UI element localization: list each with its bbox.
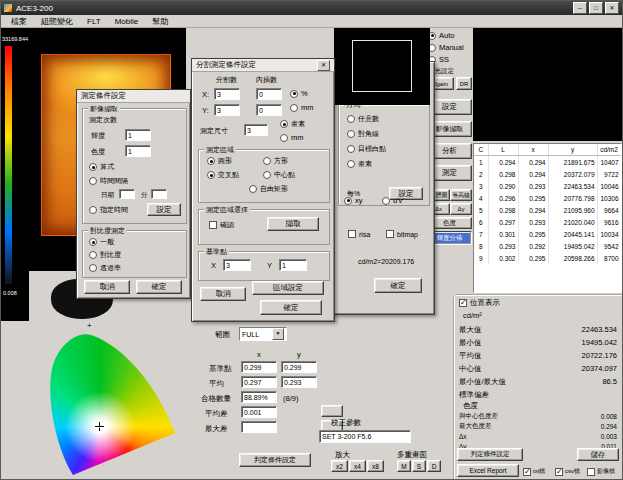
close-icon[interactable]: ✕ <box>317 60 330 71</box>
cancel-button[interactable]: 取消 <box>84 280 130 294</box>
cie-diagram-panel[interactable]: + <box>31 323 186 480</box>
range-select[interactable]: FULL ▼ <box>239 327 287 341</box>
unit-mm-radio[interactable]: mm <box>290 103 314 112</box>
normal-radio[interactable]: 一般 <box>89 237 114 247</box>
zoom-button[interactable]: x4 <box>349 460 366 472</box>
table-row[interactable]: 10.2940.294 21891.67510407 <box>474 156 621 169</box>
split-ok-button[interactable]: 確定 <box>260 300 322 315</box>
reference-thumbnail[interactable] <box>334 28 430 105</box>
center-point-radio[interactable]: 中心點 <box>263 170 295 180</box>
zoom-button[interactable]: x2 <box>331 460 348 472</box>
base-y-input[interactable]: 1 <box>279 259 307 271</box>
table-row[interactable]: 20.2980.294 20372.0799722 <box>474 168 621 180</box>
uv-radio[interactable]: u'v' <box>382 196 404 205</box>
measurement-table[interactable]: C L x y cd/m2 10.2940.294 21891.67510407… <box>473 143 622 293</box>
mode-option[interactable]: 對角線 <box>347 126 386 141</box>
cie-horseshoe <box>43 329 179 477</box>
pass-value: 88.89% <box>241 391 277 403</box>
save-button[interactable]: 儲存 <box>577 448 619 461</box>
csv-file-checkbox[interactable]: csv檔 <box>555 467 580 476</box>
minute-input[interactable] <box>151 189 167 199</box>
date-input[interactable] <box>119 189 135 199</box>
mode-option[interactable]: 目標白點 <box>347 141 386 156</box>
base-x-input[interactable]: 3 <box>223 259 251 271</box>
judge-condition-button[interactable]: 判定條件設定 <box>239 453 311 467</box>
y-division-input[interactable]: 3 <box>214 104 240 116</box>
window-control-button[interactable]: ─ <box>573 2 587 14</box>
dialog-title-bar[interactable]: 測定條件設定 <box>77 90 190 103</box>
menu-item[interactable]: 組態變化 <box>34 15 80 28</box>
circle-radio[interactable]: 圓形 <box>207 156 232 166</box>
square-radio[interactable]: 方形 <box>263 156 288 166</box>
minute-label: 分 <box>141 191 148 200</box>
confirm-checkbox[interactable]: 確認 <box>209 220 234 230</box>
x-interp-input[interactable]: 0 <box>256 88 282 100</box>
title-bar[interactable]: ACE3-200 ─□✕ <box>1 1 622 15</box>
mode-option[interactable]: 畫素 <box>347 156 386 171</box>
ok-button[interactable]: 確定 <box>136 280 182 294</box>
time-set-button[interactable]: 設定 <box>147 203 181 216</box>
camera-preview[interactable] <box>473 28 622 141</box>
formula-radio[interactable]: 算式 <box>89 162 114 172</box>
mode-ok-button[interactable]: 確定 <box>374 278 422 293</box>
mode-option[interactable]: 任意數 <box>347 111 386 126</box>
unit-percent-radio[interactable]: % <box>290 89 308 98</box>
xy-radio[interactable]: xy <box>344 196 363 205</box>
table-row[interactable]: 60.2970.293 21020.0409616 <box>474 216 621 228</box>
window-control-button[interactable]: ✕ <box>605 2 619 14</box>
avg-diff-value: 0.001 <box>241 406 277 418</box>
area-set-button[interactable]: 區域設定 <box>252 281 324 295</box>
table-row[interactable]: 70.3010.295 20445.14110034 <box>474 228 621 240</box>
multi-screen-button[interactable]: S <box>412 460 426 472</box>
area-capture-button[interactable]: 擷取 <box>267 217 319 231</box>
stat-row: 平均值20722.176 <box>459 349 617 362</box>
size-unit-pixel-radio[interactable]: 畫素 <box>280 119 305 129</box>
table-row[interactable]: 30.2900.293 22463.53410046 <box>474 180 621 192</box>
menu-item[interactable]: Mobile <box>108 16 146 27</box>
stats-judge-button[interactable]: 判定條件設定 <box>457 448 523 461</box>
table-row[interactable]: 90.3020.295 20598.2668700 <box>474 252 621 264</box>
window-control-button[interactable]: □ <box>589 2 603 14</box>
exposure-mode-manual[interactable]: Manual <box>428 43 464 52</box>
multi-screen-button[interactable]: M <box>397 460 411 472</box>
position-display-checkbox[interactable]: 位置表示 <box>459 298 500 308</box>
transmittance-radio[interactable]: 透過率 <box>89 263 121 273</box>
size-input[interactable]: 3 <box>244 124 268 136</box>
size-unit-mm-radio[interactable]: mm <box>280 133 304 142</box>
measure-condition-dialog: 測定條件設定 影像擷取 測定次數 輝度 1 色度 1 算式 時間間隔 日期 分 … <box>76 89 191 299</box>
exposure-mode-auto[interactable]: Auto <box>428 31 454 40</box>
zoom-button[interactable]: x8 <box>367 460 384 472</box>
free-rect-radio[interactable]: 自由矩形 <box>249 184 288 194</box>
y-interp-input[interactable]: 0 <box>256 104 282 116</box>
table-row[interactable]: 80.2930.292 19495.0429542 <box>474 240 621 252</box>
cross-point-radio[interactable]: 交叉點 <box>207 170 239 180</box>
table-row[interactable]: 40.2960.295 20776.79810306 <box>474 192 621 204</box>
ref-x-input[interactable]: 0.299 <box>241 361 277 373</box>
dr-button[interactable]: DR <box>456 77 472 90</box>
excel-report-button[interactable]: Excel Report <box>457 464 519 477</box>
multi-screen-buttons: MSD <box>397 460 441 472</box>
ref-y-input[interactable]: 0.299 <box>281 361 317 373</box>
image-file-checkbox[interactable]: 影像檔 <box>587 467 615 476</box>
contrast-radio[interactable]: 對比度 <box>89 250 121 260</box>
fixed-time-radio[interactable]: 指定時間 <box>89 205 128 215</box>
risa-checkbox[interactable]: risa <box>348 230 370 238</box>
luminance-stats: 最大值22463.534 最小值19495.042 平均值20722.176 中… <box>459 323 617 401</box>
x-division-input[interactable]: 3 <box>214 88 240 100</box>
delta-y-button[interactable]: Δy <box>450 203 472 215</box>
chroma-count-input[interactable]: 1 <box>125 145 151 157</box>
blank-indicator-button[interactable] <box>321 405 343 417</box>
checkbox-icon <box>348 230 356 238</box>
split-cancel-button[interactable]: 取消 <box>200 287 246 301</box>
lum-count-input[interactable]: 1 <box>125 129 151 141</box>
multi-screen-button[interactable]: D <box>427 460 441 472</box>
contour-button[interactable]: 等高線 <box>450 189 472 201</box>
dialog-title-bar[interactable]: 分割測定條件設定 ✕ <box>192 59 334 72</box>
txt-file-checkbox[interactable]: txt檔 <box>523 467 545 476</box>
menu-item[interactable]: 幫助 <box>145 15 175 28</box>
table-row[interactable]: 50.2980.294 21095.9609664 <box>474 204 621 216</box>
menu-item[interactable]: FLT <box>80 16 108 27</box>
menu-item[interactable]: 檔案 <box>4 15 34 28</box>
interval-radio[interactable]: 時間間隔 <box>89 176 128 186</box>
bitmap-checkbox[interactable]: bitmap <box>386 230 418 238</box>
